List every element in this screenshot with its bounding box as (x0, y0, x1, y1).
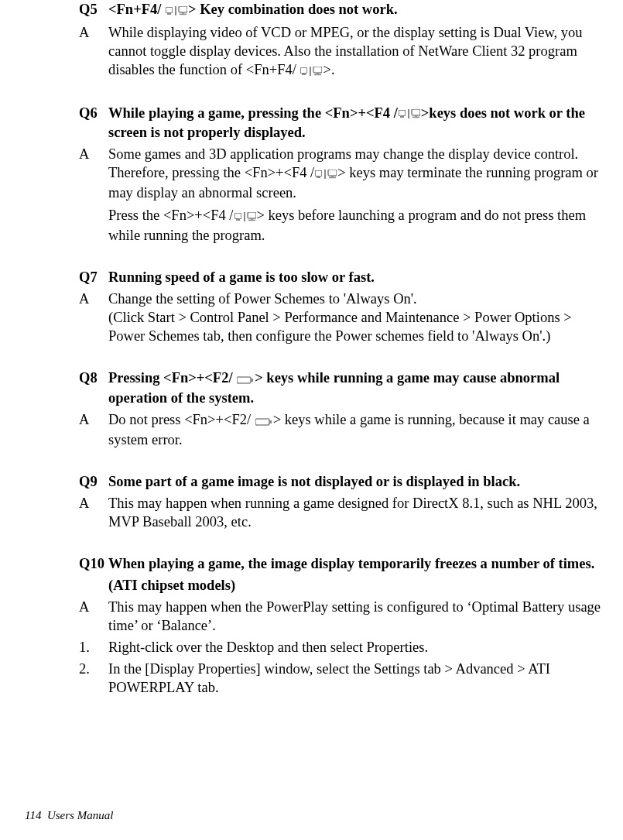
qa-item-q10: Q10 When playing a game, the image displ… (79, 554, 601, 697)
q10-subtitle: (ATI chipset models) (108, 576, 601, 595)
q10-question: When playing a game, the image display t… (108, 554, 601, 573)
q9-label: Q9 (79, 472, 108, 491)
q5-answer-part-b: >. (323, 62, 334, 77)
q7-answer-label: A (79, 290, 108, 345)
lcd-crt-icon (315, 165, 337, 183)
qa-item-q7: Q7 Running speed of a game is too slow o… (79, 268, 601, 345)
lcd-crt-icon (399, 105, 420, 123)
q9-answer-label: A (79, 494, 108, 531)
q9-answer: This may happen when running a game desi… (108, 494, 601, 531)
q6-question-part-a: While playing a game, pressing the <Fn>+… (108, 105, 398, 121)
lcd-crt-icon (300, 62, 322, 81)
q6-question: While playing a game, pressing the <Fn>+… (108, 104, 601, 142)
page-number: 114 (25, 809, 41, 821)
q8-label: Q8 (79, 369, 108, 407)
qa-item-q8: Q8 Pressing <Fn>+<F2/ > keys while runni… (79, 369, 601, 449)
q8-answer-part-a: Do not press <Fn>+<F2/ (108, 412, 255, 427)
q7-question: Running speed of a game is too slow or f… (108, 268, 601, 286)
q6-answer-label: A (79, 145, 108, 202)
q10-step1-label: 1. (79, 638, 108, 657)
q10-step2: In the [Display Properties] window, sele… (108, 660, 601, 697)
q5-answer: While displaying video of VCD or MPEG, o… (108, 23, 601, 81)
q5-question: <Fn+F4/ > Key combination does not work. (108, 0, 601, 20)
footer-title: Users Manual (47, 809, 113, 821)
qa-item-q9: Q9 Some part of a game image is not disp… (79, 472, 601, 531)
lcd-crt-icon (234, 207, 256, 226)
q5-question-part-a: <Fn+F4/ (108, 2, 165, 17)
q9-question: Some part of a game image is not display… (108, 472, 601, 491)
q6-answer: Some games and 3D application programs m… (108, 145, 601, 202)
q10-step1: Right-click over the Desktop and then se… (108, 638, 601, 657)
q10-label: Q10 (79, 554, 108, 573)
q6-answer2: Press the <Fn>+<F4 /> keys before launch… (108, 206, 601, 245)
q8-answer: Do not press <Fn>+<F2/ > keys while a ga… (108, 410, 601, 449)
page-content: Q5 <Fn+F4/ > Key combination does not wo… (25, 0, 601, 697)
q5-question-part-b: > Key combination does not work. (188, 2, 398, 17)
battery-icon (255, 412, 272, 430)
q5-answer-part-a: While displaying video of VCD or MPEG, o… (108, 25, 583, 77)
q8-question: Pressing <Fn>+<F2/ > keys while running … (108, 369, 601, 407)
q5-answer-label: A (79, 23, 108, 81)
q10-step2-label: 2. (79, 660, 108, 697)
q10-answer: This may happen when the PowerPlay setti… (108, 598, 601, 635)
q5-label: Q5 (79, 0, 108, 20)
page-footer: 114 Users Manual (25, 808, 113, 824)
qa-item-q5: Q5 <Fn+F4/ > Key combination does not wo… (79, 0, 601, 81)
battery-icon (237, 370, 254, 389)
q6-label: Q6 (79, 104, 108, 142)
q6-answer2-part-a: Press the <Fn>+<F4 / (108, 207, 234, 223)
q8-answer-label: A (79, 410, 108, 449)
q7-answer: Change the setting of Power Schemes to '… (108, 290, 601, 345)
qa-item-q6: Q6 While playing a game, pressing the <F… (79, 104, 601, 245)
lcd-crt-icon (166, 2, 187, 20)
q7-label: Q7 (79, 268, 108, 286)
q8-question-part-a: Pressing <Fn>+<F2/ (108, 370, 236, 386)
q10-answer-label: A (79, 598, 108, 635)
